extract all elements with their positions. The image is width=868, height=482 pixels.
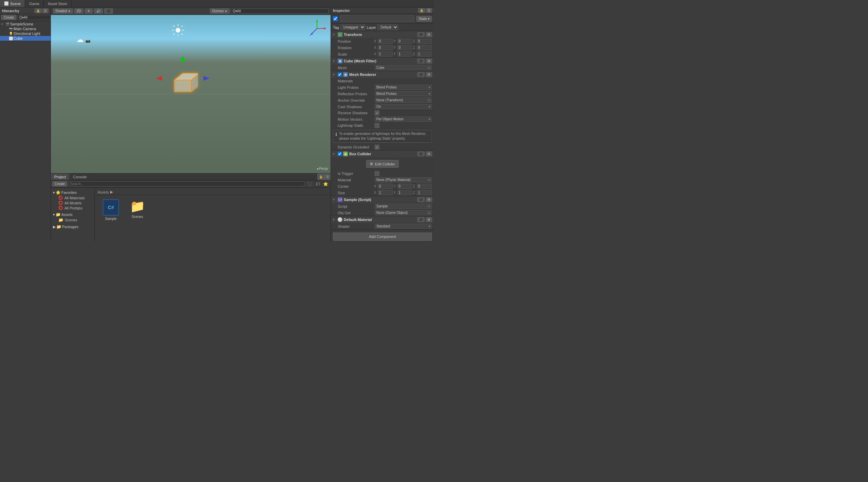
receive-shadows-checkbox[interactable]: [375, 111, 379, 115]
size-y[interactable]: [397, 190, 413, 195]
sidebar-all-prefabs[interactable]: ⭕ All Prefabs: [52, 205, 93, 210]
scene-view[interactable]: ☁ 📷: [51, 15, 331, 173]
anchor-override-field[interactable]: None (Transform) ⊙: [375, 98, 432, 103]
lighting-btn[interactable]: ☀: [85, 8, 93, 14]
hierarchy-create-btn[interactable]: Create: [1, 15, 16, 20]
static-button[interactable]: Static ▾: [416, 16, 432, 22]
position-z[interactable]: [417, 39, 432, 44]
transform-header[interactable]: ▾ ⤢ Transform ⬛ ⚙: [331, 31, 434, 38]
position-y[interactable]: [397, 39, 413, 44]
asset-item-sample[interactable]: C# Sample: [99, 198, 123, 222]
object-name-field[interactable]: Cube: [340, 15, 414, 22]
object-active-checkbox[interactable]: [333, 16, 338, 21]
project-icon-btn3[interactable]: ⭐: [322, 181, 329, 187]
center-z[interactable]: [417, 184, 432, 189]
collider-material-field[interactable]: None (Physic Material) ⊙: [375, 177, 432, 182]
project-icon-btn2[interactable]: 🏷: [315, 181, 321, 187]
material-header[interactable]: ▾ Default-Material ⬛ ⚙: [331, 216, 434, 223]
rotation-y[interactable]: [397, 45, 413, 50]
mesh-value-field[interactable]: Cube ⊙: [375, 65, 432, 70]
shading-dropdown[interactable]: Shaded: [53, 8, 73, 14]
inspector-menu-btn[interactable]: ☰: [426, 8, 432, 13]
favorites-header[interactable]: ▾ ⭐ Favorites: [52, 190, 93, 195]
assets-header[interactable]: ▾ 📁 Assets: [52, 212, 93, 217]
svg-text:Y: Y: [316, 18, 318, 20]
packages-header[interactable]: ▶ 📁 Packages: [52, 224, 93, 229]
2d-btn[interactable]: 2D: [74, 8, 83, 14]
mesh-renderer-settings-btn[interactable]: ⚙: [426, 72, 432, 77]
tree-item-samplescene[interactable]: ▾ 🎬 SampleScene: [0, 22, 51, 26]
mesh-renderer-header[interactable]: ▾ ▣ Mesh Renderer ⬛ ⚙: [331, 71, 434, 78]
arrow-up-icon: [180, 56, 185, 62]
rotation-x[interactable]: [378, 45, 393, 50]
material-settings-btn[interactable]: ⚙: [426, 217, 432, 222]
project-create-btn[interactable]: Create: [52, 181, 67, 186]
tree-item-directionallight[interactable]: 💡 Directional Light: [0, 31, 51, 36]
obj-get-field[interactable]: None (Game Object) ⊙: [375, 210, 432, 215]
tab-project[interactable]: Project: [51, 174, 70, 180]
material-link-btn[interactable]: ⬛: [417, 217, 425, 222]
tab-game[interactable]: Game: [25, 0, 44, 7]
sidebar-all-materials[interactable]: ⭕ All Materials: [52, 195, 93, 200]
project-menu-btn[interactable]: ☰: [324, 174, 331, 180]
add-component-button[interactable]: Add Component: [333, 233, 432, 241]
script-field[interactable]: Sample ⊙: [375, 204, 432, 209]
sample-script-settings-btn[interactable]: ⚙: [426, 197, 432, 202]
mesh-filter-link-btn[interactable]: ⬛: [417, 59, 425, 63]
tree-item-cube[interactable]: ⬜ Cube: [0, 36, 51, 41]
bottom-tab-bar: Project Console 🔒 ☰: [51, 174, 331, 180]
size-z[interactable]: [417, 190, 432, 195]
tag-select[interactable]: Untagged: [340, 24, 366, 30]
project-lock-btn[interactable]: 🔒: [317, 174, 324, 180]
asset-item-scenes[interactable]: 📁 Scenes: [125, 198, 149, 222]
scale-x[interactable]: [378, 52, 393, 57]
project-icon-btn1[interactable]: ⬛: [306, 181, 313, 187]
sidebar-all-models[interactable]: ⭕ All Models: [52, 200, 93, 205]
tab-scene[interactable]: ⬜ Scene: [0, 0, 25, 7]
motion-vectors-dropdown[interactable]: Per Object Motion: [375, 117, 432, 122]
center-x[interactable]: [378, 184, 393, 189]
horizon-line: [51, 94, 331, 95]
project-search[interactable]: [68, 181, 305, 186]
sample-script-header[interactable]: ▾ C# Sample (Script) ⬛ ⚙: [331, 196, 434, 203]
hierarchy-menu-btn[interactable]: ☰: [42, 8, 48, 13]
center-y[interactable]: [397, 184, 413, 189]
hierarchy-lock-btn[interactable]: 🔒: [35, 8, 42, 13]
mesh-filter-settings-btn[interactable]: ⚙: [426, 59, 432, 63]
position-x[interactable]: [378, 39, 393, 44]
sidebar-scenes[interactable]: 📁 Scenes: [52, 217, 93, 223]
inspector-lock-btn[interactable]: 🔒: [418, 8, 425, 13]
shader-dropdown[interactable]: Standard: [375, 224, 432, 229]
cast-shadows-dropdown[interactable]: On: [375, 104, 432, 109]
scale-y[interactable]: [397, 52, 413, 57]
light-probes-dropdown[interactable]: Blend Probes: [375, 85, 432, 90]
sample-script-link-btn[interactable]: ⬛: [417, 197, 425, 202]
fx-btn[interactable]: ⬛: [104, 8, 113, 14]
is-trigger-checkbox[interactable]: [375, 171, 379, 176]
scale-z[interactable]: [417, 52, 432, 57]
edit-collider-button[interactable]: ⊞ Edit Collider: [366, 160, 399, 168]
transform-link-btn[interactable]: ⬛: [417, 32, 425, 37]
audio-btn[interactable]: 🔊: [94, 8, 103, 14]
scene-search[interactable]: [231, 8, 329, 14]
box-collider-enable-checkbox[interactable]: [338, 152, 342, 156]
box-collider-header[interactable]: ▾ ▣ Box Collider ⬛ ⚙: [331, 150, 434, 157]
box-collider-link-btn[interactable]: ⬛: [417, 152, 425, 156]
scene-icon: 🎬: [5, 22, 9, 26]
layer-select[interactable]: Default: [377, 24, 398, 30]
mesh-renderer-enable-checkbox[interactable]: [338, 73, 342, 77]
scale-inputs: X Y Z: [374, 52, 432, 57]
lightmap-static-checkbox[interactable]: [375, 123, 379, 128]
mesh-filter-header[interactable]: ▾ ▣ Cube (Mesh Filter) ⬛ ⚙: [331, 58, 434, 64]
tab-asset-store[interactable]: Asset Store: [44, 0, 72, 7]
tab-console[interactable]: Console: [70, 174, 90, 180]
mesh-renderer-link-btn[interactable]: ⬛: [417, 72, 425, 77]
gizmos-btn[interactable]: Gizmos: [210, 8, 230, 14]
size-x[interactable]: [378, 190, 393, 195]
reflection-probes-dropdown[interactable]: Blend Probes: [375, 91, 432, 96]
transform-settings-btn[interactable]: ⚙: [426, 32, 432, 37]
box-collider-settings-btn[interactable]: ⚙: [426, 152, 432, 156]
dynamic-occluded-checkbox[interactable]: [375, 145, 379, 149]
rotation-z[interactable]: [417, 45, 432, 50]
tree-item-maincamera[interactable]: 📷 Main Camera: [0, 26, 51, 31]
